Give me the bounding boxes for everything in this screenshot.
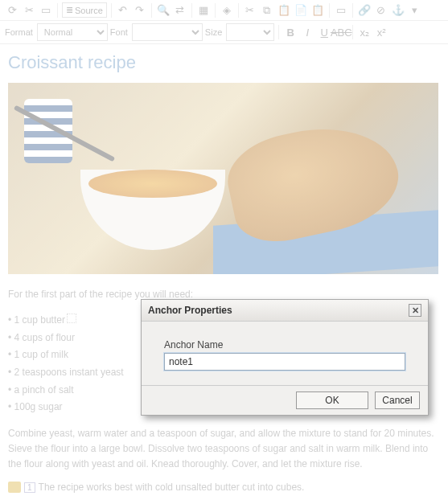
- undo-icon[interactable]: ↶: [116, 3, 130, 18]
- anchor-name-input[interactable]: [164, 353, 405, 371]
- toolbar-row-1: ⟳ ✂ ▭ ≣Source ↶ ↷ 🔍 ⇄ ▦ ◈ ✂ ⧉ 📋 📄 📋 ▭ 🔗 …: [0, 0, 448, 21]
- dialog-titlebar[interactable]: Anchor Properties ✕: [142, 300, 428, 322]
- bold-icon[interactable]: B: [283, 25, 298, 39]
- dialog-title-text: Anchor Properties: [148, 305, 232, 316]
- subscript-icon[interactable]: x₂: [357, 25, 372, 39]
- footnote-number: 1: [24, 482, 35, 493]
- cut-tool-icon[interactable]: ✂: [22, 3, 36, 18]
- anchor-flag-icon: [8, 482, 21, 493]
- size-label: Size: [205, 27, 222, 37]
- replace-icon[interactable]: ⇄: [173, 3, 187, 18]
- size-select[interactable]: [226, 23, 274, 41]
- source-icon: ≣: [66, 5, 73, 15]
- jam-graphic: [88, 170, 217, 198]
- paste-word-icon[interactable]: 📋: [310, 3, 325, 18]
- editor-content[interactable]: Croissant recipe For the first part of t…: [0, 44, 448, 496]
- separator: [352, 3, 353, 18]
- redo-icon[interactable]: ↷: [133, 3, 147, 18]
- ok-button[interactable]: OK: [296, 391, 368, 409]
- toolbar-row-2: Format Normal Font Size B I U ABC x₂ x²: [0, 21, 448, 44]
- unlink-icon[interactable]: ⊘: [374, 3, 388, 18]
- separator: [151, 3, 152, 18]
- copy-icon[interactable]: ⧉: [260, 3, 274, 18]
- selectall-icon[interactable]: ▦: [196, 3, 211, 18]
- close-icon[interactable]: ✕: [409, 304, 421, 317]
- find-icon[interactable]: 🔍: [156, 3, 171, 18]
- italic-icon[interactable]: I: [300, 25, 314, 39]
- anchor-properties-dialog: Anchor Properties ✕ Anchor Name OK Cance…: [141, 299, 429, 416]
- strikethrough-icon[interactable]: ABC: [334, 25, 348, 39]
- font-select[interactable]: [132, 23, 203, 41]
- body-text: Combine yeast, warm water and a teaspoon…: [8, 426, 440, 473]
- underline-icon[interactable]: U: [317, 25, 331, 39]
- format-select[interactable]: Normal: [37, 23, 108, 41]
- separator: [57, 3, 58, 18]
- separator: [352, 25, 353, 39]
- image-icon[interactable]: ▭: [334, 3, 348, 18]
- link-icon[interactable]: 🔗: [357, 3, 372, 18]
- source-button[interactable]: ≣Source: [62, 2, 107, 18]
- eraser-icon[interactable]: ◈: [220, 3, 234, 18]
- cancel-button[interactable]: Cancel: [375, 391, 420, 409]
- dialog-footer: OK Cancel: [142, 385, 428, 415]
- format-label: Format: [5, 27, 33, 37]
- anchor-icon[interactable]: ⚓: [391, 3, 405, 18]
- hero-image: [8, 83, 438, 274]
- dialog-body: Anchor Name: [142, 322, 428, 385]
- separator: [111, 3, 112, 18]
- page-title: Croissant recipe: [8, 52, 440, 73]
- font-label: Font: [110, 27, 128, 37]
- footnote-text: The recipe works best with cold unsalted…: [39, 482, 305, 493]
- anchor-marker: [67, 314, 76, 323]
- separator: [329, 3, 330, 18]
- footnote: 1 The recipe works best with cold unsalt…: [8, 482, 440, 493]
- refresh-icon[interactable]: ⟳: [5, 3, 19, 18]
- paste-text-icon[interactable]: 📄: [294, 3, 308, 18]
- separator: [238, 3, 239, 18]
- superscript-icon[interactable]: x²: [374, 25, 388, 39]
- source-label: Source: [75, 6, 103, 15]
- scissors-icon[interactable]: ✂: [243, 3, 257, 18]
- separator: [191, 3, 192, 18]
- chevron-down-icon[interactable]: ▾: [408, 3, 422, 18]
- paste-icon[interactable]: 📋: [277, 3, 291, 18]
- anchor-name-label: Anchor Name: [164, 339, 405, 350]
- page-icon[interactable]: ▭: [39, 3, 53, 18]
- separator: [215, 3, 216, 18]
- separator: [278, 25, 279, 39]
